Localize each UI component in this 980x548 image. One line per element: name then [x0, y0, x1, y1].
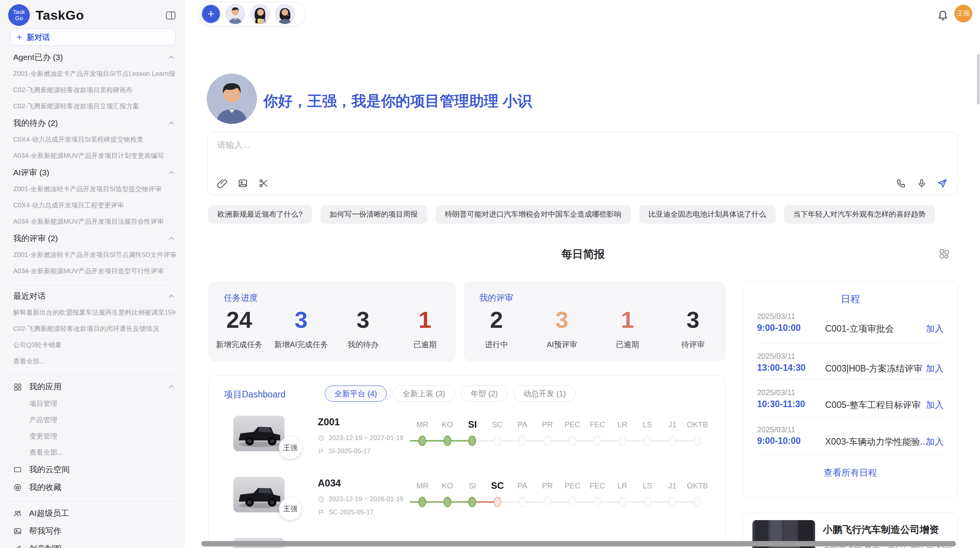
milestone-node	[685, 496, 710, 508]
paperclip-icon[interactable]	[217, 178, 228, 188]
phone-icon[interactable]	[896, 178, 906, 188]
flag-milestone: SC-2025-05-17	[329, 509, 373, 516]
suggestion-chip[interactable]: 欧洲新规最近颁布了什么?	[208, 205, 312, 224]
chevron-up-icon[interactable]	[167, 53, 176, 62]
mic-icon[interactable]	[917, 178, 927, 188]
agent-avatar-2[interactable]	[250, 4, 270, 24]
milestone-label: FEC	[585, 479, 610, 492]
agent-avatar-3[interactable]	[275, 4, 295, 24]
suggestion-chip[interactable]: 比亚迪全固态电池计划具体说了什么	[639, 205, 776, 224]
view-all-schedule-link[interactable]: 查看所有日程	[743, 467, 958, 479]
sidebar-collapse-icon[interactable]	[165, 10, 176, 21]
project-row-z001[interactable]: 王强 Z001 2023-12-19 ~ 2027-01-19 SI-2025-…	[209, 413, 725, 471]
join-link[interactable]: 加入	[926, 363, 944, 375]
sidebar-item-creative-draw[interactable]: 创意制图	[13, 540, 176, 548]
list-item[interactable]: C0X4-动力总成开发项目SI里程碑提交物检查	[13, 132, 176, 148]
section-ai-review[interactable]: AI评审 (3)	[13, 164, 176, 181]
recent-chat-item[interactable]: 公司Q3轻卡销量	[13, 337, 176, 353]
section-label: AI评审 (3)	[13, 167, 49, 178]
suggestion-chip[interactable]: 如何写一份清晰的项目周报	[320, 205, 427, 224]
list-item[interactable]: A034-全新新能源MUV产品开发项目法规符合性评审	[13, 214, 176, 230]
section-recent-chats[interactable]: 最近对话	[13, 288, 176, 305]
chevron-up-icon[interactable]	[167, 119, 176, 127]
tab-model-year[interactable]: 年型 (2)	[461, 385, 507, 402]
new-chat-label: 新对话	[27, 32, 50, 43]
suggestion-chip[interactable]: 特朗普可能对进口汽车增税会对中国车企造成哪些影响	[436, 205, 631, 224]
chevron-up-icon[interactable]	[167, 292, 176, 300]
suggestion-chip[interactable]: 当下年轻人对汽车外观有怎样的喜好趋势	[784, 205, 935, 224]
tab-new-body[interactable]: 全新上装 (3)	[393, 385, 455, 402]
section-label: Agent已办 (3)	[13, 52, 63, 63]
sidebar-item-my-apps[interactable]: 我的应用	[13, 378, 176, 396]
chevron-up-icon[interactable]	[167, 234, 176, 243]
horizontal-scrollbar[interactable]	[201, 541, 956, 546]
new-chat-button[interactable]: + 新对话	[10, 29, 176, 46]
card-title: 我的评审	[479, 292, 513, 304]
message-input[interactable]	[217, 139, 798, 170]
add-agent-button[interactable]: +	[201, 4, 221, 24]
list-item[interactable]: Z001-全新燃油轻卡产品开发项目SI节点属性5D文件评审	[13, 247, 176, 263]
list-item[interactable]: A034-全新新能源MUV产品开发项目造型可行性评审	[13, 263, 176, 279]
bell-icon[interactable]	[937, 9, 949, 21]
milestone-node-overdue	[485, 496, 510, 508]
list-item[interactable]: Z001-全新燃油皮卡产品开发项目SI节点Lesson Learn报告	[13, 66, 176, 82]
chevron-up-icon[interactable]	[167, 168, 176, 177]
schedule-date: 2025/03/11	[757, 312, 795, 321]
stat: 3 AI预评审	[529, 308, 595, 350]
grid-layout-icon[interactable]	[938, 248, 950, 259]
sidebar-item-favorites[interactable]: 我的收藏	[13, 478, 176, 496]
divider	[757, 454, 944, 454]
milestone-node	[610, 435, 635, 447]
milestone-node	[535, 496, 560, 508]
app-window: Task Go TaskGo + 新对话 Agent已办 (3) Z001-全新…	[0, 0, 980, 548]
stat-label: 新增完成任务	[208, 339, 270, 350]
news-title: 小鹏飞行汽车制造公司增资	[823, 523, 939, 536]
join-link[interactable]: 加入	[926, 323, 944, 335]
tab-all-new-platform[interactable]: 全新平台 (4)	[325, 385, 387, 402]
section-agent-done[interactable]: Agent已办 (3)	[13, 49, 176, 66]
app-link-product-mgmt[interactable]: 产品管理	[13, 412, 176, 428]
recent-chat-item[interactable]: C02-飞腾新能源轻客改款项目的闭环通告反馈情况	[13, 321, 176, 337]
schedule-time: 9:00-10:00	[757, 323, 801, 333]
divider	[757, 418, 944, 418]
divider	[757, 344, 944, 344]
list-item[interactable]: C02-飞腾新能源轻客改款项目里程碑画布	[13, 82, 176, 98]
milestone-label: J1	[660, 479, 685, 492]
sidebar-item-help-write[interactable]: 帮我写作	[13, 522, 176, 540]
join-link[interactable]: 加入	[926, 399, 944, 411]
stat-label: 待评审	[660, 339, 726, 350]
project-dates: 2023-12-19 ~ 2027-01-19	[318, 434, 403, 442]
recent-view-all[interactable]: 查看全部...	[13, 353, 176, 370]
sidebar-item-cloud-space[interactable]: 我的云空间	[13, 461, 176, 478]
list-item[interactable]: Z001-全新燃油轻卡产品开发项目SI造型提交物评审	[13, 181, 176, 197]
user-avatar[interactable]: 王强	[954, 5, 972, 22]
list-item[interactable]: C0X4-动力总成开发项目工程变更评审	[13, 197, 176, 214]
scissors-icon[interactable]	[258, 178, 269, 188]
vertical-scrollbar[interactable]	[977, 54, 980, 104]
send-icon[interactable]	[937, 178, 947, 188]
list-item[interactable]: C02-飞腾新能源轻客改款项目立项汇报方案	[13, 98, 176, 115]
milestone-node	[560, 435, 585, 447]
agent-avatar-1[interactable]	[225, 4, 245, 24]
chevron-up-icon[interactable]	[167, 382, 176, 391]
stat: 24 新增完成任务	[208, 308, 270, 350]
app-link-change-mgmt[interactable]: 变更管理	[13, 428, 176, 444]
sidebar-list: Agent已办 (3) Z001-全新燃油皮卡产品开发项目SI节点Lesson …	[0, 49, 184, 548]
list-item[interactable]: A034-全新新能源MUV产品开发项目计划变更表编写	[13, 148, 176, 164]
flag-icon	[318, 448, 325, 455]
recent-chat-item[interactable]: 解释最新出台的欧盟报废车法规再生塑料比例被调至15%...	[13, 305, 176, 321]
image-icon[interactable]	[238, 178, 248, 188]
greeting-text: 你好，王强，我是你的项目管理助理 小识	[263, 91, 532, 111]
join-link[interactable]: 加入	[926, 436, 944, 448]
project-row-a034[interactable]: 王强 A034 2023-12-19 ~ 2026-01-19 SC-2025-…	[209, 474, 725, 532]
tab-powertrain[interactable]: 动总开发 (1)	[514, 385, 576, 402]
app-link-project-mgmt[interactable]: 项目管理	[13, 396, 176, 412]
cloud-icon	[13, 465, 22, 474]
project-owner-badge: 王强	[279, 498, 302, 520]
agent-quick-bar: +	[199, 2, 306, 26]
milestone-label: SC	[485, 418, 510, 431]
section-my-todo[interactable]: 我的待办 (2)	[13, 115, 176, 132]
section-my-review[interactable]: 我的评审 (2)	[13, 230, 176, 247]
sidebar-item-ai-employee[interactable]: AI超级员工	[13, 504, 176, 522]
app-link-view-all[interactable]: 查看全部...	[13, 444, 176, 461]
